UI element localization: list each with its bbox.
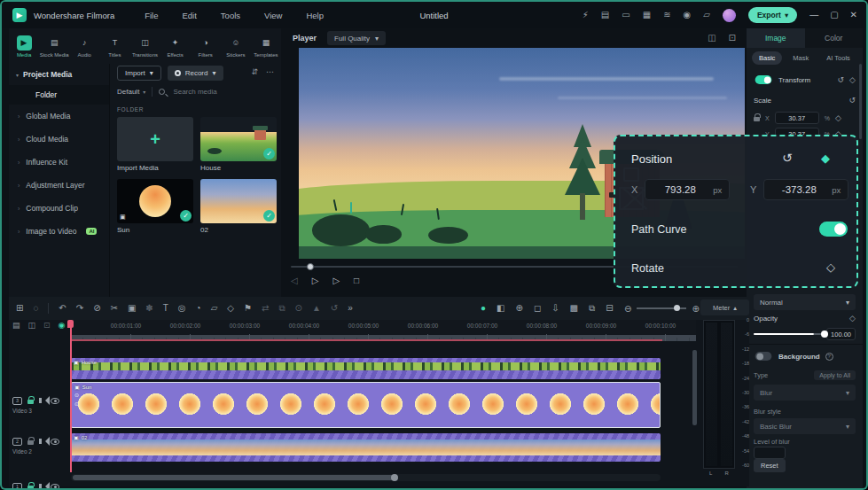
tab-color[interactable]: Color — [805, 28, 864, 48]
keyframe-diamond-icon[interactable]: ◆ — [821, 152, 830, 165]
keyframe-diamond-icon[interactable]: ◇ — [835, 113, 841, 122]
search-input[interactable] — [171, 87, 275, 97]
mask-tool-icon[interactable]: ◻ — [534, 304, 541, 313]
delete-icon[interactable]: ⊘ — [93, 304, 100, 313]
background-type-select[interactable]: Blur ▾ — [754, 385, 856, 401]
lock-icon[interactable] — [27, 486, 34, 490]
marker-icon[interactable]: ⚑ — [244, 304, 252, 313]
pointer-tool-icon[interactable]: ◉ — [59, 322, 66, 330]
reset-button[interactable]: Reset — [754, 459, 786, 472]
keyframe-icon[interactable]: ◇ — [227, 304, 234, 313]
export-frame-icon[interactable]: ⇩ — [551, 304, 559, 313]
split-icon[interactable]: ✂ — [111, 304, 118, 313]
zoom-in-icon[interactable]: ⊕ — [692, 304, 699, 314]
sidebar-header[interactable]: ▾ Project Media — [9, 64, 109, 85]
timeline-zoom-slider[interactable] — [637, 307, 686, 309]
device-link-icon[interactable]: ▱ — [703, 11, 710, 19]
media-track-icon[interactable]: ▤ — [12, 322, 20, 330]
path-curve-toggle[interactable] — [819, 222, 848, 237]
zoom-out-icon[interactable]: ⊖ — [624, 304, 631, 314]
x-position-input[interactable]: 793.28 px — [645, 179, 730, 200]
split-view-icon[interactable]: ⊟ — [606, 304, 613, 313]
more-tools-icon[interactable]: » — [348, 304, 353, 313]
media-item-house[interactable]: ✓House — [200, 117, 277, 172]
clip-sun[interactable]: ▣Sun ⊙ ⊙ — [71, 382, 661, 428]
media-item-sun[interactable]: ▣✓Sun — [117, 179, 193, 234]
motion-track-icon[interactable]: ◎ — [178, 304, 186, 313]
transform-icon[interactable]: ▱ — [211, 304, 218, 313]
credits-icon[interactable]: ◉ — [684, 11, 692, 19]
y-position-input[interactable]: -373.28 px — [763, 179, 848, 200]
reset-position-icon[interactable]: ↺ — [782, 151, 793, 165]
track-size-icon[interactable]: ◫ — [28, 322, 36, 330]
keyframe-diamond-icon[interactable]: ◇ — [849, 75, 856, 84]
subtab-mask[interactable]: Mask — [786, 51, 816, 65]
menu-help[interactable]: Help — [306, 11, 324, 20]
prev-frame-button[interactable]: ◁ — [291, 276, 298, 285]
undo-icon[interactable]: ↶ — [59, 304, 66, 313]
lock-icon[interactable] — [27, 440, 34, 445]
compare-view-icon[interactable]: ◫ — [708, 34, 716, 43]
scale-x-input[interactable]: 30.37 — [775, 112, 819, 124]
help-icon[interactable]: ? — [825, 353, 833, 361]
export-button[interactable]: Export▾ — [748, 7, 797, 23]
reset-icon[interactable]: ↺ — [848, 96, 856, 105]
sidebar-item-image-to-video[interactable]: ›Image to VideoAI — [9, 220, 109, 243]
media-thumbnail[interactable]: ✓ — [200, 179, 277, 223]
subtab-ai-tools[interactable]: AI Tools — [819, 51, 857, 65]
reset-icon[interactable]: ↺ — [838, 75, 845, 84]
seek-handle[interactable] — [307, 263, 314, 270]
apply-to-all-button[interactable]: Apply to All — [814, 370, 856, 380]
pip-icon[interactable]: ⧉ — [278, 304, 285, 313]
mute-icon[interactable] — [39, 439, 42, 444]
horizontal-scrollbar[interactable] — [71, 474, 661, 481]
snapshot-icon[interactable]: ▩ — [570, 304, 578, 313]
next-frame-button[interactable]: ▷ — [332, 276, 340, 285]
tab-media[interactable]: ▶Media — [9, 30, 39, 62]
add-track-icon[interactable]: ⊕ — [516, 304, 523, 313]
blur-level-input[interactable] — [754, 447, 786, 459]
opacity-slider[interactable] — [754, 333, 814, 335]
media-thumbnail[interactable]: ✓ — [200, 117, 277, 161]
clapper-icon[interactable]: ◧ — [497, 304, 504, 313]
stop-button[interactable]: □ — [354, 276, 359, 285]
reverse-icon[interactable]: ↺ — [331, 304, 338, 313]
tab-stock-media[interactable]: ▤Stock Media — [39, 30, 69, 62]
rotate-diamond-icon[interactable]: ◇ — [826, 261, 835, 274]
text-icon[interactable]: T — [163, 304, 168, 313]
maximize-button[interactable]: ▢ — [830, 11, 838, 19]
play-button[interactable]: ▷ — [312, 276, 319, 285]
tab-templates[interactable]: ▦Templates — [251, 30, 281, 62]
ripple-edit-icon[interactable]: ⇄ — [262, 304, 269, 313]
menu-edit[interactable]: Edit — [182, 11, 196, 20]
boost-icon[interactable]: ⚡ — [583, 11, 589, 19]
visibility-icon[interactable] — [51, 398, 59, 404]
keyframe-diamond-icon[interactable]: ◇ — [849, 314, 856, 323]
record-button[interactable]: Record▾ — [168, 66, 223, 81]
more-options-icon[interactable]: ⋯ — [266, 67, 274, 76]
mute-icon[interactable] — [39, 398, 42, 403]
menu-tools[interactable]: Tools — [221, 11, 240, 20]
cloud-icon[interactable]: ≋ — [663, 11, 670, 19]
enhance-icon[interactable]: ✽ — [145, 304, 152, 313]
tab-stickers[interactable]: ☺Stickers — [221, 30, 251, 62]
sidebar-item-cloud-media[interactable]: ›Cloud Media — [9, 128, 109, 151]
sidebar-item-global-media[interactable]: ›Global Media — [9, 105, 109, 128]
redo-icon[interactable]: ↷ — [76, 304, 83, 313]
minimize-button[interactable]: — — [809, 11, 818, 19]
keyframe-dot-icon[interactable]: ⊙ — [74, 401, 79, 407]
timeline-ruler[interactable]: 00:00:01:0000:00:02:0000:00:03:0000:00:0… — [71, 320, 696, 341]
background-toggle[interactable] — [755, 352, 772, 361]
blur-style-select[interactable]: Basic Blur ▾ — [754, 418, 856, 434]
tab-effects[interactable]: ✦Effects — [160, 30, 191, 62]
quality-select[interactable]: Full Quality▾ — [327, 31, 386, 45]
vertical-scrollbar[interactable] — [692, 350, 697, 425]
playhead[interactable] — [70, 320, 72, 472]
tab-transitions[interactable]: ◫Transitions — [129, 30, 160, 62]
auto-ripple-icon[interactable]: ⊡ — [43, 322, 51, 330]
user-avatar[interactable] — [723, 9, 736, 22]
preview-render-button[interactable]: ● — [481, 304, 486, 313]
close-button[interactable]: ✕ — [850, 11, 857, 19]
view-mode-select[interactable]: Default▾ — [117, 88, 145, 96]
menu-file[interactable]: File — [145, 11, 158, 20]
